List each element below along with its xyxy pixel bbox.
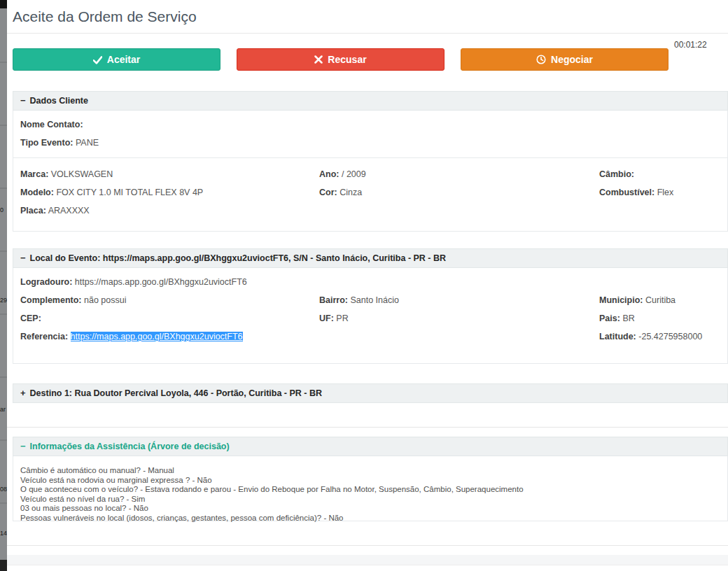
field-value: PANE xyxy=(76,138,99,148)
section-divider xyxy=(13,157,727,158)
field-label: Complemento: xyxy=(20,295,82,305)
panel-assistencia: − Informações da Assistência (Árvore de … xyxy=(13,437,728,521)
field-cep: CEP: xyxy=(20,313,319,323)
field-value: ARAXXXX xyxy=(48,206,90,216)
check-icon xyxy=(93,55,102,64)
field-marca: Marca: VOLKSWAGEN xyxy=(20,169,319,179)
field-logradouro: Logradouro: https://maps.app.goo.gl/BXhg… xyxy=(20,277,720,287)
field-label: Cor: xyxy=(319,188,337,197)
field-label: Placa: xyxy=(20,206,46,216)
field-bairro: Bairro: Santo Inácio xyxy=(319,295,599,305)
edge-text-fragment: 14 xyxy=(0,530,7,537)
panel-dados-cliente-body: Nome Contato: Tipo Evento: PANE Marca: V… xyxy=(13,111,728,232)
background-corner-bottom xyxy=(0,560,7,571)
panel-assistencia-body: Câmbio é automático ou manual? - Manual … xyxy=(13,456,728,521)
field-uf: UF: PR xyxy=(319,313,599,323)
decision-line: O que aconteceu com o veículo? - Estava … xyxy=(20,485,720,495)
field-cambio: Câmbio: xyxy=(599,169,720,179)
decision-line: Veículo está na rodovia ou marginal expr… xyxy=(20,476,720,486)
accept-button-label: Aceitar xyxy=(107,54,140,65)
field-value: Santo Inácio xyxy=(350,295,399,305)
field-combustivel: Combustível: Flex xyxy=(599,188,720,197)
field-pais: Pais: BR xyxy=(599,313,720,323)
action-buttons: Aceitar Recusar Negociar xyxy=(13,48,668,71)
field-nome-contato: Nome Contato: xyxy=(20,120,720,129)
field-label: UF: xyxy=(319,313,334,323)
negotiate-button-label: Negociar xyxy=(551,54,593,65)
panel-dados-cliente-title: Dados Cliente xyxy=(30,96,88,106)
field-modelo: Modelo: FOX CITY 1.0 MI TOTAL FLEX 8V 4P xyxy=(20,188,319,197)
field-value: -25.4275958000 xyxy=(638,332,702,341)
panel-dados-cliente-header[interactable]: − Dados Cliente xyxy=(13,91,728,111)
decision-line: 03 ou mais pessoas no local? - Não xyxy=(20,504,720,514)
field-value: Flex xyxy=(657,188,674,197)
field-municipio: Municipio: Curitiba xyxy=(599,295,720,305)
panel-local-evento: − Local do Evento: https://maps.app.goo.… xyxy=(13,248,728,364)
collapse-icon: − xyxy=(20,442,26,451)
field-label: Câmbio: xyxy=(599,169,634,179)
field-label: Ano: xyxy=(319,169,339,179)
collapse-icon: − xyxy=(20,97,26,105)
field-value: VOLKSWAGEN xyxy=(51,169,113,179)
field-latitude: Latitude: -25.4275958000 xyxy=(599,332,720,341)
field-label: Logradouro: xyxy=(20,277,72,287)
decision-line: Veículo está no nível da rua? - Sim xyxy=(20,495,720,505)
panel-assistencia-header[interactable]: − Informações da Assistência (Árvore de … xyxy=(13,437,728,456)
field-label: Pais: xyxy=(599,313,620,323)
field-value: / 2009 xyxy=(342,169,366,179)
refuse-button[interactable]: Recusar xyxy=(237,48,444,71)
field-placa: Placa: ARAXXXX xyxy=(20,206,720,216)
field-label: Marca: xyxy=(20,169,48,179)
field-label: Combustível: xyxy=(599,188,654,197)
edge-text-fragment: 0 xyxy=(0,206,7,213)
clock-icon xyxy=(536,55,546,64)
field-value: FOX CITY 1.0 MI TOTAL FLEX 8V 4P xyxy=(56,188,203,197)
background-page-strip: 0 29 ar 08 14 xyxy=(0,0,7,571)
field-complemento: Complemento: não possui xyxy=(20,295,319,305)
field-label: Referencia: xyxy=(20,332,68,341)
decision-line: Pessoas vulneráveis no local (idosos, cr… xyxy=(20,514,720,523)
field-cor: Cor: Cinza xyxy=(319,188,599,197)
field-value: PR xyxy=(336,313,348,323)
background-corner-top xyxy=(0,0,7,8)
field-label: Latitude: xyxy=(599,332,636,341)
field-value: BR xyxy=(622,313,634,323)
page-title: Aceite da Ordem de Serviço xyxy=(13,8,197,25)
field-label: Municipio: xyxy=(599,295,643,305)
footer-divider xyxy=(7,545,728,546)
negotiate-button[interactable]: Negociar xyxy=(461,48,668,71)
field-value: Cinza xyxy=(340,188,362,197)
accept-button[interactable]: Aceitar xyxy=(13,48,220,71)
edge-text-fragment: ar xyxy=(0,406,7,413)
field-value: Curitiba xyxy=(645,295,676,305)
section-divider xyxy=(7,427,728,428)
field-label: Modelo: xyxy=(20,188,54,197)
panel-dados-cliente: − Dados Cliente Nome Contato: Tipo Event… xyxy=(13,91,728,232)
title-divider xyxy=(7,33,728,34)
panel-local-evento-header[interactable]: − Local do Evento: https://maps.app.goo.… xyxy=(13,248,728,268)
footer-strip xyxy=(7,555,728,565)
decision-line: Câmbio é automático ou manual? - Manual xyxy=(20,466,720,476)
referencia-maps-link[interactable]: https://maps.app.goo.gl/BXhggxu2uvioctFT… xyxy=(71,332,243,341)
field-value: não possui xyxy=(84,295,126,305)
edge-text-fragment: 08 xyxy=(0,486,7,493)
field-label: CEP: xyxy=(20,313,41,323)
field-value: https://maps.app.goo.gl/BXhggxu2uvioctFT… xyxy=(75,277,247,287)
field-label: Nome Contato: xyxy=(20,120,83,129)
countdown-timer: 00:01:22 xyxy=(674,40,707,50)
x-icon xyxy=(314,55,323,64)
field-tipo-evento: Tipo Evento: PANE xyxy=(20,138,720,148)
panel-destino-1: + Destino 1: Rua Doutor Percival Loyola,… xyxy=(13,383,728,403)
field-ano: Ano: / 2009 xyxy=(319,169,599,179)
refuse-button-label: Recusar xyxy=(328,54,366,65)
field-referencia: Referencia: https://maps.app.goo.gl/BXhg… xyxy=(20,332,319,341)
panel-destino-1-header[interactable]: + Destino 1: Rua Doutor Percival Loyola,… xyxy=(13,383,728,403)
service-order-modal: Aceite da Ordem de Serviço Aceitar Recus… xyxy=(7,0,728,571)
field-label: Tipo Evento: xyxy=(20,138,73,148)
panel-destino-1-title: Destino 1: Rua Doutor Percival Loyola, 4… xyxy=(30,388,322,398)
panel-assistencia-title: Informações da Assistência (Árvore de de… xyxy=(30,442,230,451)
field-label: Bairro: xyxy=(319,295,348,305)
edge-text-fragment: 29 xyxy=(0,297,7,304)
expand-icon: + xyxy=(20,389,26,397)
panel-local-evento-body: Logradouro: https://maps.app.goo.gl/BXhg… xyxy=(13,268,728,364)
